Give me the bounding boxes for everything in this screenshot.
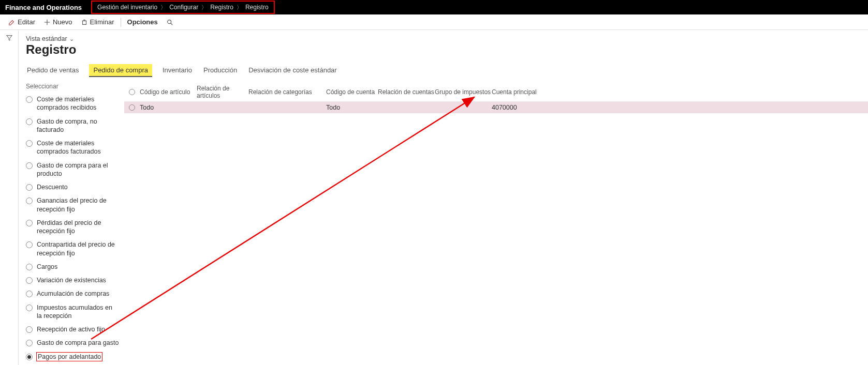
radio-icon: [26, 305, 33, 311]
radio-icon: [26, 354, 33, 360]
select-option-label: Pagos por adelantado: [37, 353, 102, 361]
chevron-right-icon: 〉: [201, 4, 207, 11]
chevron-down-icon: ⌄: [69, 36, 74, 42]
select-option-label: Recepción de activo fijo: [37, 325, 105, 333]
action-bar: Editar Nuevo Eliminar Opciones: [0, 14, 868, 30]
select-option-label: Gasto de compra, no facturado: [37, 117, 119, 134]
divider: [121, 18, 121, 27]
row-select-radio[interactable]: [124, 104, 140, 111]
select-option-label: Gasto de compra para gasto: [37, 339, 119, 347]
radio-icon: [26, 241, 33, 248]
col-header[interactable]: Relación de cuentas: [378, 88, 435, 96]
col-header[interactable]: Relación de artículos: [197, 85, 248, 99]
funnel-icon: [6, 34, 13, 365]
tab-producción[interactable]: Producción: [202, 64, 238, 77]
plus-icon: [43, 19, 51, 26]
breadcrumb-item[interactable]: Registro: [210, 4, 233, 11]
filter-pane-toggle[interactable]: [0, 30, 19, 365]
col-header[interactable]: Código de artículo: [140, 88, 197, 96]
trash-icon: [81, 19, 88, 26]
radio-icon: [26, 264, 33, 270]
col-header[interactable]: Relación de categorías: [248, 88, 326, 96]
select-option-label: Pérdidas del precio de recepción fijo: [37, 219, 119, 236]
select-option-label: Cargos: [37, 263, 57, 271]
select-heading: Seleccionar: [26, 83, 119, 90]
select-option[interactable]: Ganancias del precio de recepción fijo: [26, 194, 119, 216]
tab-inventario[interactable]: Inventario: [161, 64, 193, 77]
select-option-label: Coste de materiales comprados recibidos: [37, 95, 119, 112]
select-option[interactable]: Recepción de activo fijo: [26, 323, 119, 336]
select-option[interactable]: Acumulación de compras: [26, 287, 119, 300]
select-option-label: Gasto de compra para el producto: [37, 161, 119, 178]
radio-icon: [26, 162, 33, 169]
select-option[interactable]: Coste de materiales comprados facturados: [26, 137, 119, 158]
table-row[interactable]: Todo Todo 4070000: [124, 102, 868, 113]
select-option[interactable]: Gasto de compra, no facturado: [26, 115, 119, 136]
select-option[interactable]: Gasto de compra para gasto: [26, 337, 119, 349]
edit-button[interactable]: Editar: [4, 14, 39, 29]
select-option-label: Impuestos acumulados en la recepción: [37, 303, 119, 321]
select-list: Coste de materiales comprados recibidosG…: [26, 93, 119, 363]
view-label: Vista estándar: [26, 35, 67, 42]
select-option[interactable]: Contrapartida del precio de recepción fi…: [26, 238, 119, 260]
radio-icon: [26, 277, 33, 284]
select-option-label: Descuento: [37, 183, 68, 191]
tab-pedido-de-compra[interactable]: Pedido de compra: [89, 64, 152, 77]
radio-icon: [26, 340, 33, 346]
breadcrumb: Gestión del inventario 〉 Configurar 〉 Re…: [91, 1, 274, 14]
svg-point-0: [167, 20, 171, 23]
delete-button[interactable]: Eliminar: [77, 14, 119, 29]
new-label: Nuevo: [53, 18, 72, 26]
radio-icon: [26, 140, 33, 147]
search-icon: [166, 19, 173, 26]
select-option[interactable]: Variación de existencias: [26, 274, 119, 286]
new-button[interactable]: Nuevo: [39, 14, 77, 29]
radio-icon: [26, 326, 33, 333]
tab-pedido-de-ventas[interactable]: Pedido de ventas: [26, 64, 80, 77]
select-option[interactable]: Impuestos acumulados en la recepción: [26, 301, 119, 323]
topbar: Finance and Operations Gestión del inven…: [0, 0, 868, 14]
breadcrumb-item[interactable]: Configurar: [169, 4, 198, 11]
select-option-label: Acumulación de compras: [37, 290, 109, 298]
options-label: Opciones: [127, 18, 158, 26]
chevron-right-icon: 〉: [237, 4, 242, 11]
select-option[interactable]: Coste de materiales comprados recibidos: [26, 93, 119, 114]
select-option-label: Contrapartida del precio de recepción fi…: [37, 240, 119, 257]
radio-icon: [26, 96, 33, 103]
radio-icon: [26, 118, 33, 125]
app-title: Finance and Operations: [5, 4, 91, 11]
page-title: Registro: [26, 42, 868, 57]
chevron-right-icon: 〉: [160, 4, 166, 11]
select-option-label: Coste de materiales comprados facturados: [37, 139, 119, 156]
select-option[interactable]: Cargos: [26, 261, 119, 273]
col-header[interactable]: Código de cuenta: [326, 88, 378, 96]
cell-codigo-articulo: Todo: [140, 104, 197, 111]
select-option-label: Ganancias del precio de recepción fijo: [37, 196, 119, 214]
cell-codigo-cuenta: Todo: [326, 104, 378, 111]
search-button[interactable]: [162, 14, 180, 29]
delete-label: Eliminar: [90, 18, 114, 26]
radio-icon: [26, 220, 33, 226]
radio-icon: [26, 291, 33, 297]
select-all-radio[interactable]: [124, 89, 140, 95]
data-grid: Código de artículo Relación de artículos…: [124, 83, 868, 363]
tab-desviación-de-coste-estándar[interactable]: Desviación de coste estándar: [247, 64, 338, 77]
col-header[interactable]: Grupo de impuestos: [435, 88, 492, 96]
pencil-icon: [8, 19, 16, 26]
breadcrumb-item[interactable]: Gestión del inventario: [97, 4, 157, 11]
options-button[interactable]: Opciones: [123, 14, 162, 29]
select-option-label: Variación de existencias: [37, 276, 106, 284]
tab-bar: Pedido de ventasPedido de compraInventar…: [26, 64, 868, 78]
radio-icon: [26, 197, 33, 204]
cell-cuenta-principal: 4070000: [492, 104, 564, 111]
breadcrumb-item[interactable]: Registro: [245, 4, 269, 11]
select-option[interactable]: Pérdidas del precio de recepción fijo: [26, 217, 119, 238]
radio-icon: [26, 184, 33, 191]
edit-label: Editar: [18, 18, 35, 26]
select-option[interactable]: Pagos por adelantado: [26, 351, 119, 363]
select-option[interactable]: Gasto de compra para el producto: [26, 159, 119, 180]
col-header[interactable]: Cuenta principal: [492, 88, 564, 96]
select-option[interactable]: Descuento: [26, 181, 119, 193]
grid-header: Código de artículo Relación de artículos…: [124, 83, 868, 102]
